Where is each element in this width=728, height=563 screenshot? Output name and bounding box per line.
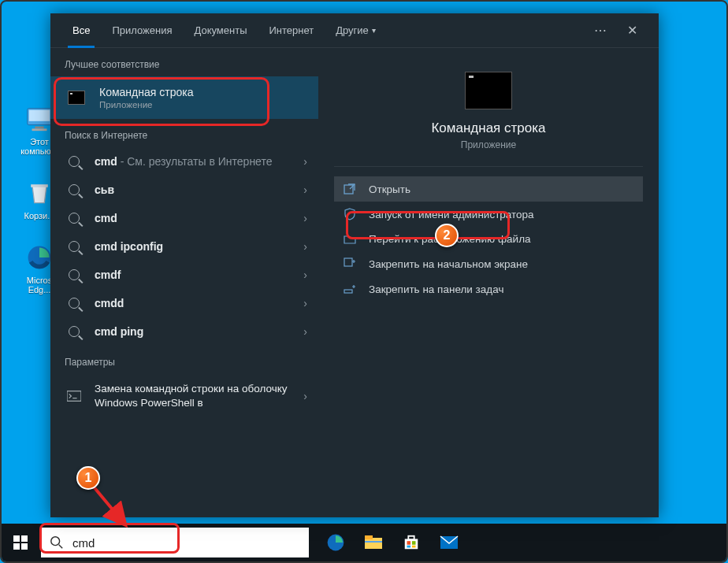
chevron-right-icon: › (303, 269, 307, 281)
best-match-subtitle: Приложение (99, 100, 307, 109)
chevron-right-icon: › (303, 297, 307, 309)
best-match-item[interactable]: Командная строка Приложение (50, 76, 318, 119)
search-tabs: Все Приложения Документы Интернет Другие… (50, 13, 659, 48)
svg-rect-4 (31, 184, 48, 187)
search-icon (65, 241, 84, 252)
pin-start-icon (342, 257, 358, 270)
search-icon (65, 184, 84, 195)
web-result[interactable]: cmdf › (50, 261, 318, 289)
search-icon (65, 326, 84, 337)
tab-all[interactable]: Все (61, 13, 101, 48)
tab-web[interactable]: Интернет (258, 13, 325, 48)
svg-rect-21 (407, 546, 411, 548)
best-match-title: Командная строка (99, 86, 307, 98)
taskbar-mail-icon[interactable] (430, 524, 468, 561)
svg-rect-16 (365, 541, 382, 543)
section-settings: Параметры (50, 346, 318, 374)
action-pin-taskbar[interactable]: Закрепить на панели задач (334, 276, 643, 302)
action-run-admin[interactable]: Запуск от имени администратора (334, 202, 643, 227)
chevron-right-icon: › (303, 325, 307, 338)
web-result[interactable]: cmd ping › (50, 317, 318, 346)
annotation-badge-2: 2 (435, 224, 459, 247)
svg-rect-3 (32, 128, 47, 131)
svg-rect-6 (67, 391, 81, 401)
svg-rect-20 (412, 541, 416, 545)
search-icon (65, 213, 84, 224)
search-panel: Все Приложения Документы Интернет Другие… (50, 13, 659, 517)
svg-rect-22 (412, 546, 416, 548)
chevron-right-icon: › (303, 240, 307, 253)
windows-icon (13, 535, 28, 550)
search-input[interactable] (72, 536, 309, 550)
results-column: Лучшее соответствие Командная строка При… (50, 48, 318, 517)
search-icon (65, 269, 84, 280)
separator (334, 166, 643, 167)
svg-rect-2 (35, 127, 43, 129)
svg-rect-14 (365, 538, 382, 549)
cmd-large-icon (465, 72, 512, 109)
taskbar-edge-icon[interactable] (317, 524, 355, 561)
pin-taskbar-icon (342, 283, 358, 295)
action-pin-start[interactable]: Закрепить на начальном экране (334, 251, 643, 276)
terminal-swap-icon (65, 391, 84, 402)
folder-icon (342, 234, 358, 245)
chevron-right-icon: › (303, 183, 307, 196)
web-result[interactable]: сьв › (50, 176, 318, 204)
section-best-match: Лучшее соответствие (50, 48, 318, 76)
desktop-icons: Этот компью... Корзи... Micros Edg... (16, 104, 54, 294)
svg-line-12 (59, 545, 63, 549)
svg-rect-10 (344, 290, 352, 293)
web-result[interactable]: cmdd › (50, 289, 318, 317)
taskbar-explorer-icon[interactable] (355, 524, 392, 561)
cmd-app-icon (65, 91, 88, 105)
preview-subtitle: Приложение (461, 139, 516, 150)
start-button[interactable] (2, 524, 39, 561)
open-icon (342, 183, 358, 195)
taskbar-store-icon[interactable] (392, 524, 430, 561)
action-list: Открыть Запуск от имени администратора П… (334, 176, 643, 302)
chevron-down-icon: ▾ (372, 26, 376, 35)
web-result[interactable]: cmd › (50, 204, 318, 232)
svg-rect-9 (344, 258, 352, 266)
chevron-right-icon: › (303, 155, 307, 168)
chevron-right-icon: › (303, 212, 307, 224)
svg-rect-19 (407, 541, 411, 545)
tab-documents[interactable]: Документы (183, 13, 258, 48)
action-open[interactable]: Открыть (334, 176, 643, 202)
close-button[interactable]: ✕ (616, 13, 648, 48)
svg-rect-1 (29, 110, 50, 121)
svg-rect-8 (344, 185, 353, 194)
settings-result[interactable]: Замена командной строки на оболочку Wind… (50, 374, 318, 417)
search-icon (41, 535, 72, 550)
preview-column: Командная строка Приложение Открыть Запу… (318, 48, 659, 517)
svg-rect-15 (365, 535, 373, 539)
search-icon (65, 156, 84, 167)
svg-point-11 (51, 537, 60, 546)
more-options-button[interactable]: ⋯ (585, 13, 616, 48)
shield-icon (342, 208, 358, 220)
taskbar-search-box[interactable] (41, 528, 309, 557)
taskbar (2, 524, 726, 561)
svg-rect-18 (408, 536, 414, 540)
search-icon (65, 298, 84, 309)
web-result[interactable]: cmd ipconfig › (50, 232, 318, 261)
action-open-location[interactable]: Перейти к расположению файла (334, 227, 643, 251)
tab-apps[interactable]: Приложения (101, 13, 183, 48)
tab-more[interactable]: Другие▾ (325, 13, 387, 48)
web-result[interactable]: cmd - См. результаты в Интернете › (50, 147, 318, 176)
svg-rect-17 (405, 539, 418, 549)
chevron-right-icon: › (303, 390, 307, 402)
annotation-badge-1: 1 (76, 466, 100, 490)
preview-title: Командная строка (431, 120, 545, 136)
section-web-search: Поиск в Интернете (50, 119, 318, 147)
